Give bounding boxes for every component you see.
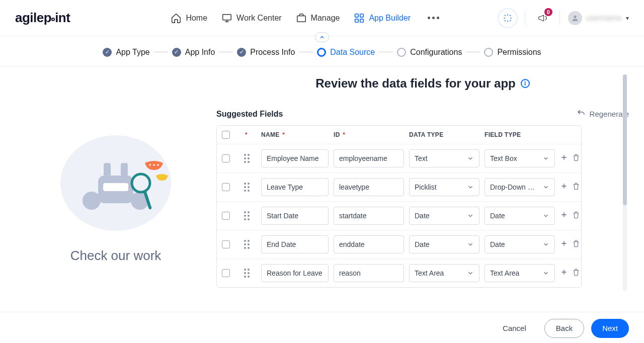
row-checkbox[interactable] bbox=[222, 240, 230, 248]
datatype-select[interactable]: Text bbox=[409, 149, 479, 167]
col-fieldtype: FIELD TYPE bbox=[485, 131, 521, 138]
svg-rect-0 bbox=[223, 14, 231, 20]
svg-point-6 bbox=[574, 15, 576, 18]
id-input[interactable] bbox=[334, 178, 404, 196]
avatar-icon bbox=[568, 11, 582, 25]
id-input[interactable] bbox=[334, 149, 404, 167]
info-icon[interactable]: i bbox=[521, 79, 530, 88]
table-row: TextText Box bbox=[217, 144, 581, 173]
table-row: DateDate bbox=[217, 230, 581, 259]
left-caption: Check our work bbox=[70, 248, 162, 264]
monitor-icon bbox=[221, 13, 232, 24]
col-name: NAME bbox=[261, 131, 280, 138]
id-input[interactable] bbox=[334, 235, 404, 253]
fieldtype-select[interactable]: Date bbox=[485, 235, 555, 253]
nav-work-center-label: Work Center bbox=[236, 14, 282, 23]
user-menu[interactable]: username ▾ bbox=[568, 11, 629, 25]
delete-row-icon[interactable] bbox=[572, 239, 580, 249]
vertical-scrollbar[interactable] bbox=[623, 74, 627, 291]
name-input[interactable] bbox=[261, 264, 329, 282]
fieldtype-select[interactable]: Text Box bbox=[485, 149, 555, 167]
nav-manage-label: Manage bbox=[311, 14, 340, 23]
ai-assistant-icon[interactable] bbox=[499, 9, 517, 27]
add-row-icon[interactable] bbox=[560, 268, 568, 278]
name-input[interactable] bbox=[261, 178, 329, 196]
row-checkbox[interactable] bbox=[222, 212, 230, 220]
nav-app-builder[interactable]: App Builder bbox=[354, 13, 411, 24]
add-row-icon[interactable] bbox=[560, 153, 568, 163]
cancel-button[interactable]: Cancel bbox=[492, 319, 537, 338]
nav-home[interactable]: Home bbox=[171, 13, 207, 24]
divider bbox=[525, 11, 525, 25]
drag-handle-icon[interactable] bbox=[244, 269, 256, 278]
row-checkbox[interactable] bbox=[222, 154, 230, 162]
grid-header-row: * NAME * ID * DATA TYPE FIELD TYPE bbox=[217, 126, 581, 144]
step-separator bbox=[379, 52, 393, 52]
step-separator bbox=[154, 52, 168, 52]
fieldtype-select[interactable]: Drop-Down … bbox=[485, 178, 555, 196]
nav-work-center[interactable]: Work Center bbox=[221, 13, 282, 24]
nav-manage[interactable]: Manage bbox=[296, 13, 340, 24]
add-row-icon[interactable] bbox=[560, 239, 568, 249]
briefcase-icon bbox=[296, 13, 307, 24]
next-button[interactable]: Next bbox=[591, 319, 629, 338]
step-permissions[interactable]: Permissions bbox=[484, 48, 541, 57]
delete-row-icon[interactable] bbox=[572, 182, 580, 192]
drag-handle-icon[interactable] bbox=[244, 211, 256, 220]
table-row: PicklistDrop-Down … bbox=[217, 173, 581, 202]
step-configurations[interactable]: Configurations bbox=[397, 48, 462, 57]
user-name-label: username bbox=[586, 14, 622, 23]
add-row-icon[interactable] bbox=[560, 211, 568, 221]
datatype-select[interactable]: Date bbox=[409, 235, 479, 253]
svg-rect-4 bbox=[355, 19, 358, 22]
row-checkbox[interactable] bbox=[222, 269, 230, 277]
suggested-fields-title: Suggested Fields bbox=[216, 110, 283, 119]
row-checkbox[interactable] bbox=[222, 183, 230, 191]
id-input[interactable] bbox=[334, 207, 404, 225]
svg-rect-1 bbox=[297, 16, 305, 22]
delete-row-icon[interactable] bbox=[572, 211, 580, 221]
back-button[interactable]: Back bbox=[544, 319, 584, 338]
svg-rect-3 bbox=[360, 14, 363, 17]
drag-handle-icon[interactable] bbox=[244, 240, 256, 249]
table-row: DateDate bbox=[217, 202, 581, 230]
step-separator bbox=[219, 52, 233, 52]
datatype-select[interactable]: Picklist bbox=[409, 178, 479, 196]
drag-handle-icon[interactable] bbox=[244, 183, 256, 192]
fieldtype-select[interactable]: Text Area bbox=[485, 264, 555, 282]
datatype-select[interactable]: Text Area bbox=[409, 264, 479, 282]
svg-rect-2 bbox=[355, 14, 358, 17]
illustration-robot bbox=[55, 115, 176, 236]
top-nav: Home Work Center Manage App Builder bbox=[171, 13, 442, 24]
regenerate-button[interactable]: Regenerate bbox=[577, 109, 629, 119]
nav-home-label: Home bbox=[186, 14, 207, 23]
col-id: ID bbox=[334, 131, 340, 138]
name-input[interactable] bbox=[261, 207, 329, 225]
step-process-info[interactable]: ✓Process Info bbox=[237, 48, 295, 57]
datatype-select[interactable]: Date bbox=[409, 207, 479, 225]
page-title: Review the data fields for your app bbox=[315, 76, 515, 91]
col-datatype: DATA TYPE bbox=[409, 131, 443, 138]
fields-grid: * NAME * ID * DATA TYPE FIELD TYPE TextT… bbox=[216, 125, 582, 288]
drag-handle-icon[interactable] bbox=[244, 154, 256, 163]
svg-rect-11 bbox=[121, 163, 128, 176]
name-input[interactable] bbox=[261, 149, 329, 167]
svg-rect-5 bbox=[360, 19, 363, 22]
select-all-checkbox[interactable] bbox=[222, 131, 230, 139]
delete-row-icon[interactable] bbox=[572, 153, 580, 163]
name-input[interactable] bbox=[261, 235, 329, 253]
step-app-info[interactable]: ✓App Info bbox=[172, 48, 215, 57]
step-separator bbox=[299, 52, 313, 52]
nav-more[interactable] bbox=[425, 15, 442, 21]
delete-row-icon[interactable] bbox=[572, 268, 580, 278]
add-row-icon[interactable] bbox=[560, 182, 568, 192]
collapse-steps-toggle[interactable] bbox=[315, 32, 329, 42]
id-input[interactable] bbox=[334, 264, 404, 282]
fieldtype-select[interactable]: Date bbox=[485, 207, 555, 225]
step-app-type[interactable]: ✓App Type bbox=[103, 48, 149, 57]
announcements-icon[interactable]: 0 bbox=[533, 9, 551, 27]
grid-icon bbox=[354, 13, 365, 24]
step-data-source[interactable]: Data Source bbox=[317, 48, 375, 57]
brand-logo: agilepint bbox=[15, 10, 70, 26]
svg-rect-10 bbox=[104, 163, 111, 176]
